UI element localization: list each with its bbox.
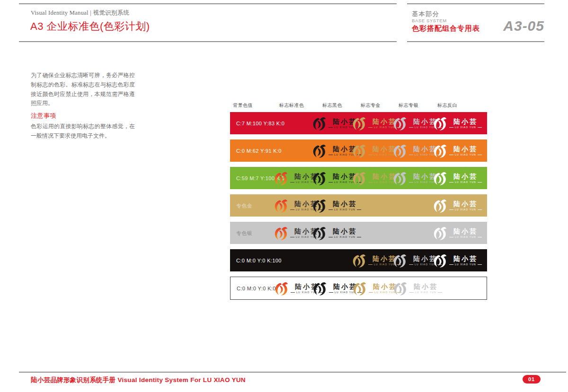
color-bar-row: C:0 M:0 Y:0 K:0 陆小芸 LU XIAO YUN 陆小芸 LU X…	[230, 277, 487, 300]
header-rule-right	[407, 3, 544, 4]
section-subtitle: 色彩搭配组合专用表	[412, 24, 480, 33]
logo-text: 陆小芸 LU XIAO YUN	[328, 200, 361, 211]
logo-slot-silver: 陆小芸 LU XIAO YUN	[393, 281, 442, 296]
phoenix-icon	[274, 171, 288, 185]
logo-slot-white: 陆小芸 LU XIAO YUN	[433, 171, 482, 185]
logo-subtext: LU XIAO YUN	[449, 209, 482, 211]
luxiaoyun-logo: 陆小芸 LU XIAO YUN	[312, 226, 361, 240]
logo-text: 陆小芸 LU XIAO YUN	[449, 255, 482, 266]
logo-name: 陆小芸	[414, 283, 438, 290]
column-header-background-value: 背景色值	[233, 102, 253, 109]
page-title: A3 企业标准色(色彩计划)	[30, 19, 150, 34]
logo-slot-white: 陆小芸 LU XIAO YUN	[433, 253, 482, 268]
luxiaoyun-logo: 陆小芸 LU XIAO YUN	[433, 226, 482, 240]
luxiaoyun-logo: 陆小芸 LU XIAO YUN	[433, 253, 482, 268]
logo-text: 陆小芸 LU XIAO YUN	[328, 228, 361, 238]
luxiaoyun-logo: 陆小芸 LU XIAO YUN	[393, 281, 442, 296]
logo-text: 陆小芸 LU XIAO YUN	[449, 146, 482, 156]
logo-subtext: LU XIAO YUN	[449, 236, 482, 238]
column-header-gold: 标志专金	[361, 102, 381, 109]
header-bottom-rule-left	[19, 41, 397, 42]
note-paragraph: 色彩运用的直接影响标志的整体感觉，在一般情况下要求使用电子文件。	[31, 122, 135, 141]
logo-slot-white: 陆小芸 LU XIAO YUN	[433, 199, 482, 213]
color-bar-row: C:7 M:100 Y:83 K:0 陆小芸 LU XIAO YUN 陆小芸 L…	[230, 112, 487, 134]
color-rows: C:7 M:100 Y:83 K:0 陆小芸 LU XIAO YUN 陆小芸 L…	[230, 112, 487, 300]
phoenix-icon	[392, 144, 407, 158]
phoenix-icon	[312, 281, 327, 296]
logo-subtext: LU XIAO YUN	[409, 291, 442, 294]
column-header-reversed-white: 标志反白	[437, 102, 457, 109]
color-bar-row: 专色金 陆小芸 LU XIAO YUN 陆小芸 LU XIAO YUN	[230, 194, 487, 217]
logo-name: 陆小芸	[453, 200, 478, 207]
color-value-label: C:0 M:0 Y:0 K:100	[236, 258, 282, 263]
logo-name: 陆小芸	[453, 118, 478, 125]
page-code: A3-05	[499, 18, 544, 34]
luxiaoyun-logo: 陆小芸 LU XIAO YUN	[312, 199, 361, 213]
color-combination-table: 背景色值 标志标准色 标志黑色 标志专金 标志专银 标志反白 C:7 M:100…	[230, 100, 487, 305]
vi-manual-page: Visual Identity Manual | 视觉识别系统 A3 企业标准色…	[0, 0, 568, 392]
phoenix-icon	[312, 144, 326, 158]
footer-rule	[19, 372, 566, 373]
phoenix-icon	[392, 116, 407, 131]
color-value-label: C:0 M:0 Y:0 K:0	[237, 286, 276, 291]
note-title: 注意事项	[31, 112, 56, 120]
column-header-standard-color: 标志标准色	[279, 102, 304, 109]
color-bar-row: C:0 M:62 Y:91 K:0 陆小芸 LU XIAO YUN 陆小芸 LU…	[230, 139, 487, 162]
phoenix-icon	[312, 226, 326, 240]
logo-name: 陆小芸	[453, 146, 478, 152]
logo-subtext: LU XIAO YUN	[449, 126, 482, 129]
phoenix-icon	[433, 116, 447, 131]
phoenix-icon	[352, 144, 366, 158]
luxiaoyun-logo: 陆小芸 LU XIAO YUN	[433, 116, 482, 131]
footer-title: 陆小芸品牌形象识别系统手册 Visual Identity System For…	[31, 376, 246, 384]
logo-name: 陆小芸	[453, 173, 478, 180]
color-bar-row: C:59 M:7 Y:100 K:0 陆小芸 LU XIAO YUN 陆小芸 L…	[230, 167, 487, 189]
logo-subtext: LU XIAO YUN	[449, 154, 482, 156]
logo-subtext: LU XIAO YUN	[328, 236, 361, 238]
phoenix-icon	[352, 116, 366, 131]
phoenix-icon	[433, 199, 447, 213]
logo-text: 陆小芸 LU XIAO YUN	[449, 118, 482, 129]
section-name-cn: 基本部分	[412, 10, 439, 18]
phoenix-icon	[352, 171, 366, 185]
table-header-row: 背景色值 标志标准色 标志黑色 标志专金 标志专银 标志反白	[230, 100, 487, 112]
logo-slot-white: 陆小芸 LU XIAO YUN	[433, 116, 482, 131]
column-header-black: 标志黑色	[322, 102, 342, 109]
luxiaoyun-logo: 陆小芸 LU XIAO YUN	[433, 199, 482, 213]
header-bottom-rule-right	[407, 41, 544, 42]
color-value-label: C:0 M:62 Y:91 K:0	[236, 148, 282, 154]
luxiaoyun-logo: 陆小芸 LU XIAO YUN	[433, 144, 482, 158]
logo-subtext: LU XIAO YUN	[449, 181, 482, 183]
phoenix-icon	[274, 226, 288, 240]
logo-slot-black: 陆小芸 LU XIAO YUN	[312, 199, 361, 213]
phoenix-icon	[392, 171, 407, 185]
manual-eyebrow: Visual Identity Manual | 视觉识别系统	[31, 9, 129, 17]
color-bar-row: C:0 M:0 Y:0 K:100 陆小芸 LU XIAO YUN 陆小芸 LU…	[230, 249, 487, 271]
phoenix-icon	[312, 199, 326, 213]
logo-slot-black: 陆小芸 LU XIAO YUN	[312, 226, 361, 240]
logo-text: 陆小芸 LU XIAO YUN	[449, 173, 482, 183]
logo-name: 陆小芸	[453, 228, 478, 235]
phoenix-icon	[433, 144, 447, 158]
phoenix-icon	[312, 171, 326, 185]
phoenix-icon	[433, 171, 447, 185]
color-value-label: C:7 M:100 Y:83 K:0	[236, 121, 284, 126]
phoenix-icon	[433, 253, 447, 268]
logo-name: 陆小芸	[333, 228, 357, 235]
logo-name: 陆小芸	[453, 255, 478, 262]
phoenix-icon	[352, 281, 366, 296]
logo-name: 陆小芸	[333, 200, 357, 207]
logo-subtext: LU XIAO YUN	[449, 263, 482, 266]
logo-text: 陆小芸 LU XIAO YUN	[449, 200, 482, 211]
color-value-label: 专色银	[236, 229, 252, 236]
phoenix-icon	[352, 253, 366, 268]
phoenix-icon	[433, 226, 447, 240]
logo-text: 陆小芸 LU XIAO YUN	[409, 283, 442, 294]
color-value-label: 专色金	[236, 202, 252, 209]
luxiaoyun-logo: 陆小芸 LU XIAO YUN	[433, 171, 482, 185]
header-rule-left	[19, 3, 397, 4]
phoenix-icon	[274, 199, 288, 213]
phoenix-icon	[393, 281, 407, 296]
phoenix-icon	[312, 116, 326, 131]
color-bar-row: 专色银 陆小芸 LU XIAO YUN 陆小芸 LU XIAO YUN	[230, 222, 487, 244]
